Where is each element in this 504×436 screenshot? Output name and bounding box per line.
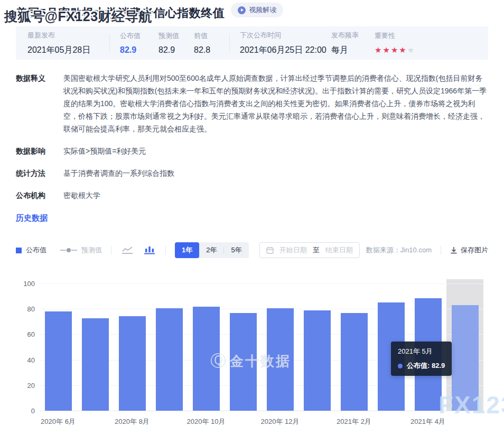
latest-release-value: 2021年05月28日 [27,45,99,56]
y-axis-tick: 100 [16,280,35,288]
x-axis-line [40,411,483,411]
info-label: 公布机构 [16,189,49,202]
info-label: 统计方法 [16,167,49,179]
series-dot-icon [398,364,403,368]
period-1year[interactable]: 1年 [175,242,199,258]
forecast-value-field: 预测值 82.9 [158,31,194,55]
tooltip-title: 2021年 5月 [398,347,445,356]
legend-forecast[interactable]: 预测值 [60,245,102,255]
info-row-method: 统计方法 基于消费者调查的一系列综合指数 [16,167,488,179]
calendar-icon [266,247,274,254]
divider [441,246,441,254]
y-axis-tick: 60 [16,330,35,338]
grid-line [40,283,483,284]
star-icon: ★ [382,45,389,54]
importance-field: 重要性 ★★★★★ [375,31,415,55]
y-axis-tick: 40 [16,356,35,364]
data-source-text: 数据来源：Jin10.com [366,245,432,255]
x-axis-tick: 2020年 10月 [180,417,232,426]
info-row-impact: 数据影响 实际值>预期值=利好美元 [16,145,488,157]
page-title: 美国5月密歇根大学消费者信心指数终值 [16,5,225,21]
frequency-value: 每月 [331,45,375,56]
forecast-label: 预测值 [158,31,194,41]
legend-dot-icon [67,248,71,252]
info-value: 密歇根大学 [63,189,488,202]
info-sections: 数据释义 美国密歇根大学研究人员利用对500至600名成年人原始调查数据，计算出… [16,72,488,202]
info-label: 数据影响 [16,145,49,157]
chart-bar[interactable] [193,307,220,411]
previous-value-field: 前值 82.8 [194,31,219,55]
info-value: 基于消费者调查的一系列综合指数 [63,167,488,179]
chart-bar[interactable] [82,318,109,411]
legend-published[interactable]: 公布值 [16,245,46,255]
history-bar-chart: Ⓠ 金十数据 FX123 2021年 5月 公布值: 82.9 02040608… [16,271,488,433]
frequency-field: 发布频率 每月 [331,31,375,56]
tooltip-value: 公布值: 82.9 [407,361,445,371]
period-2year[interactable]: 2年 [199,242,223,258]
divider [165,246,166,254]
info-value: 美国密歇根大学研究人员利用对500至600名成年人原始调查数据，计算出经过季节调… [63,72,488,135]
page-header: 美国5月密歇根大学消费者信心指数终值视频解读 搜狐号@FX123财经导航 [16,0,488,24]
importance-stars: ★★★★★ [375,45,415,55]
chart-bar[interactable] [230,313,257,411]
chart-bar[interactable] [267,308,294,411]
chart-tooltip: 2021年 5月 公布值: 82.9 [391,342,452,376]
save-image-label: 保存图片 [461,245,488,255]
x-axis-tick: 2020年 6月 [32,417,85,426]
divider [229,34,230,53]
previous-value: 82.8 [194,45,219,55]
chart-toolbar: 公布值 预测值 1年 2年 5年 开始日期 至 结束日期 数据来源：Jin10.… [16,242,488,258]
info-value: 实际值>预期值=利好美元 [63,145,488,157]
next-release-value: 2021年06月25日 22:00 [240,45,331,56]
download-icon [450,247,458,254]
legend-forecast-label: 预测值 [81,245,102,255]
previous-label: 前值 [194,31,219,41]
next-release-label: 下次公布时间 [240,31,331,40]
legend-published-label: 公布值 [26,245,46,255]
chart-bar[interactable] [45,311,72,411]
end-date-input[interactable]: 结束日期 [325,245,353,255]
save-image-button[interactable]: 保存图片 [450,245,488,255]
forecast-value: 82.9 [158,45,194,55]
published-label: 公布值 [120,31,158,41]
start-date-input[interactable]: 开始日期 [279,245,307,255]
importance-label: 重要性 [375,31,415,41]
star-icon: ★ [375,45,381,54]
published-value-field: 公布值 82.9 [120,31,158,55]
chart-bar[interactable] [119,316,146,411]
info-row-agency: 公布机构 密歇根大学 [16,189,488,202]
divider [109,34,110,53]
x-axis-tick: 2021年 4月 [402,417,454,426]
period-selector: 1年 2年 5年 [175,242,249,258]
video-explain-button[interactable]: 视频解读 [231,3,283,17]
info-row-definition: 数据释义 美国密歇根大学研究人员利用对500至600名成年人原始调查数据，计算出… [16,72,488,135]
divider [111,246,111,254]
play-icon [238,6,246,14]
date-range-separator: 至 [313,245,320,255]
chart-bar[interactable] [452,305,479,411]
x-axis-tick: 2021年 2月 [328,417,380,426]
legend-square-icon [16,248,22,253]
line-chart-toggle-icon[interactable] [120,245,134,255]
frequency-label: 发布频率 [331,31,375,40]
latest-release-label: 最新发布 [27,31,99,40]
x-axis-tick: 2020年 12月 [254,417,306,426]
tooltip-series-row: 公布值: 82.9 [398,361,445,371]
chart-bar[interactable] [304,310,331,411]
period-5year[interactable]: 5年 [224,242,248,258]
star-icon: ★ [391,45,398,54]
legend-line-icon [60,250,66,251]
latest-release-field: 最新发布 2021年05月28日 [27,31,99,56]
chart-bar[interactable] [341,313,368,411]
chart-bar[interactable] [156,308,183,411]
published-value: 82.9 [120,45,158,55]
info-label: 数据释义 [16,72,49,135]
date-range-picker[interactable]: 开始日期 至 结束日期 [259,242,360,258]
star-icon: ★ [407,45,414,54]
bar-chart-toggle-icon[interactable] [143,245,156,255]
history-section-title: 历史数据 [16,213,488,223]
summary-bar: 最新发布 2021年05月28日 公布值 82.9 预测值 82.9 前值 82… [16,26,488,60]
x-axis-tick: 2020年 8月 [106,417,158,426]
y-axis-tick: 20 [16,381,35,389]
next-release-field: 下次公布时间 2021年06月25日 22:00 [240,31,331,56]
